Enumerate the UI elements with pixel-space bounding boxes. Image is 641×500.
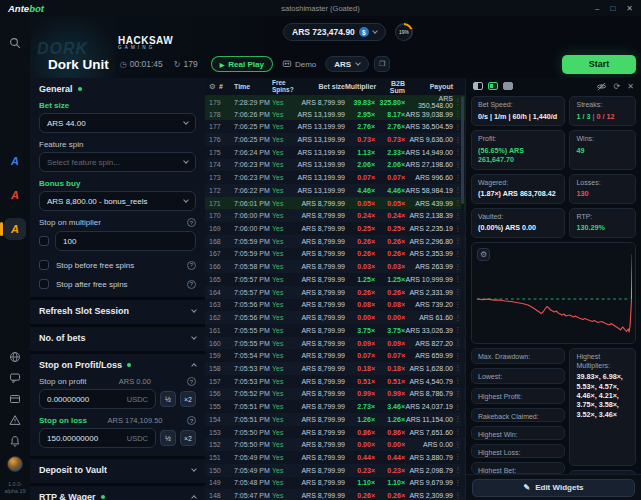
row-menu-kebab-icon[interactable]: ⋮ — [453, 288, 461, 296]
row-menu-kebab-icon[interactable]: ⋮ — [453, 403, 461, 411]
stop-after-free-spins-checkbox[interactable] — [39, 279, 49, 289]
double-button[interactable]: ×2 — [180, 391, 196, 407]
maximize-icon[interactable]: □ — [610, 4, 615, 13]
table-row[interactable]: 1557:05:51 PMYesARS 8,799.992.73×3.46×AR… — [205, 400, 465, 413]
help-icon[interactable]: ? — [187, 416, 196, 425]
row-menu-kebab-icon[interactable]: ⋮ — [453, 98, 461, 106]
stop-on-multiplier-input[interactable] — [55, 231, 196, 251]
row-menu-kebab-icon[interactable]: ⋮ — [453, 186, 461, 194]
warning-icon[interactable] — [9, 414, 21, 426]
row-menu-kebab-icon[interactable]: ⋮ — [453, 237, 461, 245]
row-menu-kebab-icon[interactable]: ⋮ — [453, 314, 461, 322]
row-menu-kebab-icon[interactable]: ⋮ — [453, 428, 461, 436]
scrollbar-thumb[interactable] — [461, 96, 464, 204]
bonus-buy-select[interactable]: ARS 8,800.00 - bonus_reels — [39, 191, 196, 211]
row-menu-kebab-icon[interactable]: ⋮ — [453, 352, 461, 360]
table-row[interactable]: 1707:06:00 PMYesARS 8,799.990.24×0.24×AR… — [205, 209, 465, 222]
sidebar-item-casino-red[interactable]: A — [4, 184, 26, 206]
user-avatar[interactable] — [7, 456, 23, 472]
row-menu-kebab-icon[interactable]: ⋮ — [453, 301, 461, 309]
section-header-general[interactable]: General — [39, 84, 196, 94]
sidebar-item-casino-blue[interactable]: A — [4, 150, 26, 172]
close-icon[interactable]: ✕ — [626, 4, 633, 13]
row-menu-kebab-icon[interactable]: ⋮ — [453, 250, 461, 258]
table-row[interactable]: 1777:06:25 PMYesARS 13,199.992.76×2.76×A… — [205, 120, 465, 133]
row-menu-kebab-icon[interactable]: ⋮ — [453, 148, 461, 156]
stop-on-profit-input[interactable]: USDC — [39, 389, 156, 409]
section-header-refresh-slot-session[interactable]: Refresh Slot Session — [39, 306, 196, 316]
card-panel-icon[interactable] — [9, 393, 21, 405]
section-header-rtp-wager[interactable]: RTP & Wager — [39, 492, 196, 500]
row-menu-kebab-icon[interactable]: ⋮ — [453, 326, 461, 334]
table-row[interactable]: 1567:05:52 PMYesARS 8,799.990.99×0.99×AR… — [205, 388, 465, 401]
layout-middle-icon-active[interactable] — [488, 82, 498, 90]
table-row[interactable]: 1587:05:53 PMYesARS 8,799.990.18×0.18×AR… — [205, 362, 465, 375]
row-menu-kebab-icon[interactable]: ⋮ — [453, 453, 461, 461]
double-button[interactable]: ×2 — [180, 430, 196, 446]
table-row[interactable]: 1737:06:23 PMYesARS 13,199.990.07×0.07×A… — [205, 171, 465, 184]
table-row[interactable]: 1717:06:01 PMYesARS 8,799.990.05×0.05×AR… — [205, 197, 465, 210]
row-menu-kebab-icon[interactable]: ⋮ — [453, 225, 461, 233]
section-header-no-of-bets[interactable]: No. of bets — [39, 333, 196, 343]
table-row[interactable]: 1767:06:25 PMYesARS 13,199.990.73×0.73×A… — [205, 133, 465, 146]
real-play-toggle[interactable]: ▶ Real Play — [211, 56, 273, 72]
half-button[interactable]: ½ — [160, 391, 176, 407]
stop-on-multiplier-checkbox[interactable] — [39, 236, 49, 246]
table-settings-gear-icon[interactable]: ⚙ — [209, 82, 219, 91]
table-row[interactable]: 1797:28:29 PMYesARS 8,799.9939.83×325.80… — [205, 95, 465, 108]
help-icon[interactable]: ? — [187, 377, 196, 386]
table-row[interactable]: 1697:06:00 PMYesARS 8,799.990.25×0.25×AR… — [205, 222, 465, 235]
help-icon[interactable]: ? — [187, 218, 196, 227]
table-row[interactable]: 1507:05:49 PMYesARS 8,799.990.23×0.23×AR… — [205, 464, 465, 477]
table-row[interactable]: 1677:05:59 PMYesARS 8,799.990.26×0.26×AR… — [205, 248, 465, 261]
chat-icon[interactable] — [9, 372, 21, 384]
table-row[interactable]: 1577:05:53 PMYesARS 8,799.990.51×0.51×AR… — [205, 375, 465, 388]
table-row[interactable]: 1537:05:50 PMYesARS 8,799.990.86×0.86×AR… — [205, 426, 465, 439]
table-row[interactable]: 1607:05:55 PMYesARS 8,799.990.09×0.09×AR… — [205, 337, 465, 350]
close-panel-icon[interactable]: ✕ — [627, 82, 634, 91]
section-header-deposit-to-vault[interactable]: Deposit to Vault — [39, 465, 196, 475]
table-row[interactable]: 1747:06:23 PMYesARS 13,199.992.06×2.06×A… — [205, 159, 465, 172]
row-menu-kebab-icon[interactable]: ⋮ — [453, 123, 461, 131]
stop-on-loss-input[interactable]: USDC — [39, 428, 156, 448]
row-menu-kebab-icon[interactable]: ⋮ — [453, 377, 461, 385]
eye-off-icon[interactable] — [596, 81, 607, 92]
table-row[interactable]: 1667:05:58 PMYesARS 8,799.990.03×0.03×AR… — [205, 260, 465, 273]
table-row[interactable]: 1517:05:49 PMYesARS 8,799.990.44×0.44×AR… — [205, 451, 465, 464]
row-menu-kebab-icon[interactable]: ⋮ — [453, 441, 461, 449]
table-row[interactable]: 1617:05:55 PMYesARS 8,799.993.75×3.75×AR… — [205, 324, 465, 337]
row-menu-kebab-icon[interactable]: ⋮ — [453, 415, 461, 423]
rotate-icon[interactable]: ↻ — [174, 60, 181, 69]
half-button[interactable]: ½ — [160, 430, 176, 446]
table-row[interactable]: 1687:05:59 PMYesARS 8,799.990.26×0.26×AR… — [205, 235, 465, 248]
globe-icon[interactable] — [9, 351, 21, 363]
row-menu-kebab-icon[interactable]: ⋮ — [453, 212, 461, 220]
stop-before-free-spins-checkbox[interactable] — [39, 260, 49, 270]
row-menu-kebab-icon[interactable]: ⋮ — [453, 161, 461, 169]
bell-icon[interactable] — [9, 435, 21, 447]
table-row[interactable]: 1637:05:56 PMYesARS 8,799.990.08×0.08×AR… — [205, 299, 465, 312]
row-menu-kebab-icon[interactable]: ⋮ — [453, 492, 461, 500]
demo-toggle[interactable]: Demo — [278, 59, 320, 69]
popout-window-button[interactable]: ❐ — [374, 56, 390, 72]
start-button[interactable]: Start — [562, 55, 636, 74]
row-menu-kebab-icon[interactable]: ⋮ — [453, 263, 461, 271]
help-icon[interactable]: ? — [187, 261, 196, 270]
feature-spin-select[interactable]: Select feature spin... — [39, 152, 196, 172]
refresh-icon[interactable]: ⟳ — [614, 82, 621, 91]
table-row[interactable]: 1487:05:47 PMYesARS 8,799.990.26×0.26×AR… — [205, 489, 465, 500]
table-row[interactable]: 1727:06:22 PMYesARS 13,199.994.46×4.46×A… — [205, 184, 465, 197]
row-menu-kebab-icon[interactable]: ⋮ — [453, 479, 461, 487]
bet-size-select[interactable]: ARS 44.00 — [39, 113, 196, 133]
table-scrollbar[interactable] — [461, 96, 464, 496]
row-menu-kebab-icon[interactable]: ⋮ — [453, 364, 461, 372]
table-row[interactable]: 1647:05:57 PMYesARS 8,799.990.26×0.26×AR… — [205, 286, 465, 299]
row-menu-kebab-icon[interactable]: ⋮ — [453, 136, 461, 144]
currency-dropdown[interactable]: ARS — [325, 56, 369, 72]
table-row[interactable]: 1757:06:24 PMYesARS 13,199.991.13×2.33×A… — [205, 146, 465, 159]
balance-selector[interactable]: ARS 723,474.90 $ — [283, 23, 386, 41]
table-row[interactable]: 1627:05:56 PMYesARS 8,799.990.00×0.00×AR… — [205, 311, 465, 324]
row-menu-kebab-icon[interactable]: ⋮ — [453, 110, 461, 118]
table-row[interactable]: 1527:05:50 PMYesARS 8,799.990.00×0.00×AR… — [205, 438, 465, 451]
table-row[interactable]: 1547:05:51 PMYesARS 8,799.991.26×1.26×AR… — [205, 413, 465, 426]
